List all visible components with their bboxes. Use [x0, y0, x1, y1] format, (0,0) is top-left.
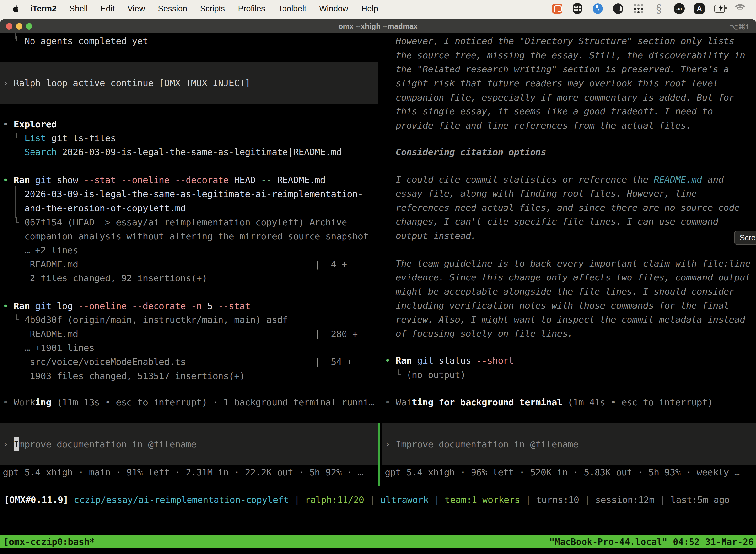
- terminal-line: companion file, especially if more comme…: [385, 90, 735, 105]
- tmux-host-clock: "MacBook-Pro-44.local" 04:52 31-Mar-26: [549, 535, 756, 549]
- input-source-a-icon[interactable]: A: [694, 3, 705, 14]
- text-segment: session:12m: [595, 495, 654, 505]
- text-segment: Ran: [14, 301, 30, 311]
- terminal-line: I could cite commit statistics or refere…: [385, 172, 723, 187]
- menu-item-window[interactable]: Window: [319, 4, 348, 13]
- text-segment: status: [433, 355, 476, 366]
- text-segment: the source tree, missing the essay. Stil…: [385, 50, 745, 60]
- left-prompt-input[interactable]: › Improve documentation in @filename: [0, 423, 378, 465]
- menu-item-profiles[interactable]: Profiles: [238, 4, 265, 13]
- text-segment: and: [702, 174, 724, 185]
- text-segment: Wai: [396, 397, 412, 407]
- menu-item-view[interactable]: View: [127, 4, 145, 13]
- dots-grid-icon[interactable]: [633, 3, 644, 14]
- terminal-line: 2 files changed, 92 insertions(+): [3, 271, 207, 285]
- terminal-line: └ (no output): [385, 368, 465, 382]
- terminal-line: The team guideline is to back every impo…: [385, 257, 751, 271]
- text-segment: └: [385, 370, 406, 380]
- terminal-line: references need actual files, and since …: [385, 201, 740, 215]
- text-segment: W: [14, 397, 19, 407]
- text-segment: |: [520, 495, 536, 505]
- text-segment: changes, I can't cite specific file line…: [385, 216, 718, 227]
- terminal-line: this single essay, it seems like a good …: [385, 104, 713, 118]
- text-segment: Ran: [14, 175, 30, 185]
- ralph-loop-banner[interactable]: › Ralph loop active continue [OMX_TMUX_I…: [0, 62, 378, 104]
- text-segment: •: [3, 397, 14, 407]
- text-segment: List: [24, 133, 46, 143]
- text-segment: or: [19, 397, 30, 407]
- apple-menu-icon[interactable]: [11, 4, 20, 14]
- iterm2-window: omx --xhigh --madmax ⌥⌘1 └ No agents com…: [0, 19, 756, 554]
- terminal-line: └ 4b9d30f (origin/main, instructkr/main,…: [3, 313, 288, 327]
- text-segment: [186, 301, 191, 311]
- text-segment: of focusing solely on file lines.: [385, 328, 573, 339]
- terminal-line: output instead.: [385, 229, 476, 243]
- terminal-line: review. Also, I might want to inspect th…: [385, 313, 745, 327]
- screen-recording-icon[interactable]: [552, 3, 563, 14]
- prompt-chevron: ›: [3, 76, 14, 90]
- menu-item-scripts[interactable]: Scripts: [200, 4, 225, 13]
- menu-item-toolbelt[interactable]: Toolbelt: [278, 4, 306, 13]
- text-segment: Considering citation options: [385, 147, 546, 157]
- text-segment: •: [385, 397, 396, 407]
- prompt-chevron: ›: [3, 437, 14, 451]
- right-prompt-input[interactable]: › Improve documentation in @filename: [382, 423, 756, 465]
- text-segment: git: [417, 355, 433, 366]
- text-segment: 5: [202, 301, 218, 311]
- text-segment: [30, 301, 35, 311]
- text-segment: -n: [191, 301, 202, 311]
- terminal-line: Considering citation options: [385, 145, 546, 159]
- terminal-line: provide file and line references from th…: [385, 118, 691, 132]
- blue-badge-icon[interactable]: [592, 3, 603, 14]
- tmux-status-bar: [omx-cczip0:bash* "MacBook-Pro-44.local"…: [0, 535, 756, 548]
- menu-item-edit[interactable]: Edit: [101, 4, 115, 13]
- text-segment: ing: [35, 397, 51, 407]
- text-segment: ultrawork: [380, 495, 429, 505]
- tooltip-label: Scre: [740, 233, 756, 242]
- text-segment: [412, 355, 417, 366]
- omx-status-bar: [OMX#0.11.9] cczip/essay/ai-reimplementa…: [4, 493, 730, 507]
- text-segment: turns:10: [536, 495, 579, 505]
- text-segment: src/voice/voiceModeEnabled.ts | 54 +: [3, 357, 353, 367]
- menu-item-help[interactable]: Help: [361, 4, 378, 13]
- text-segment: Search: [24, 147, 57, 157]
- text-segment: show: [51, 175, 83, 185]
- model-status-line: gpt-5.4 xhigh · 96% left · 520K in · 5.8…: [385, 465, 740, 479]
- text-segment: --stat --oneline --decorate: [83, 175, 229, 185]
- text-segment: team:1 workers: [445, 495, 520, 505]
- text-segment: ralph:11/20: [305, 495, 364, 505]
- terminal-line: • Waiting for background terminal (1m 41…: [385, 395, 713, 409]
- text-segment: However, I noticed the "Directory Struct…: [385, 36, 735, 46]
- window-title-bar[interactable]: omx --xhigh --madmax ⌥⌘1: [0, 19, 756, 33]
- menu-item-shell[interactable]: Shell: [69, 4, 87, 13]
- text-cursor: I: [14, 437, 19, 451]
- terminal-line: … +1901 lines: [3, 341, 94, 355]
- text-segment: last:5m ago: [671, 495, 730, 505]
- prompt-placeholder: mprove documentation in @filename: [19, 437, 196, 451]
- screen-button-tooltip[interactable]: Scre: [734, 231, 756, 245]
- text-segment: No agents completed yet: [24, 36, 148, 46]
- squiggle-icon[interactable]: §: [653, 3, 664, 14]
- terminal-line: README.md | 280 +: [3, 327, 358, 341]
- text-segment: •: [385, 355, 396, 366]
- wifi-icon[interactable]: [735, 3, 746, 14]
- terminal-line: • Ran git show --stat --oneline --decora…: [3, 173, 326, 187]
- shield-grid-icon[interactable]: [572, 3, 583, 14]
- terminal-line: and-the-erosion-of-copyleft.md: [3, 201, 186, 215]
- text-segment: cczip/essay/ai-reimplementation-copyleft: [74, 495, 289, 505]
- battery-61-badge-icon[interactable]: ..61: [674, 3, 685, 14]
- menu-item-iterm2[interactable]: iTerm2: [30, 4, 57, 13]
- text-segment: 2026-03-09-is-legal-the-same-as-legitima…: [3, 189, 363, 199]
- text-segment: references need actual files, and since …: [385, 203, 740, 213]
- terminal-line: the source tree, missing the essay. Stil…: [385, 48, 745, 62]
- text-segment: 067f154 (HEAD -> essay/ai-reimplementati…: [24, 217, 347, 227]
- menu-item-session[interactable]: Session: [158, 4, 187, 13]
- text-segment: this single essay, it seems like a good …: [385, 106, 713, 116]
- text-segment: the "Related research writing" section i…: [385, 64, 729, 74]
- text-segment: HEAD: [229, 175, 261, 185]
- text-segment: |: [654, 495, 671, 505]
- terminal-line: • Ran git status --short: [385, 353, 514, 368]
- moon-icon[interactable]: [613, 3, 624, 14]
- battery-icon[interactable]: [714, 3, 725, 14]
- text-segment: --: [261, 175, 271, 185]
